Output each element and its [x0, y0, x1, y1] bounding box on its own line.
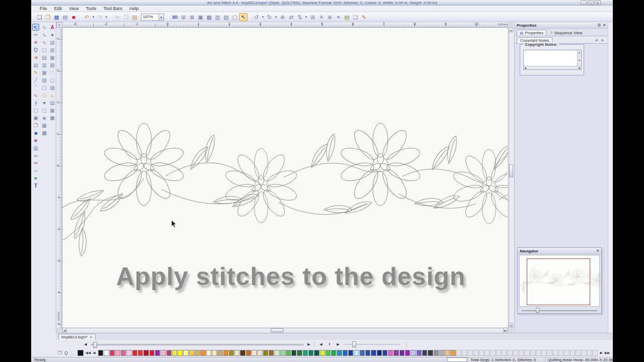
document-tab-close-icon[interactable]: ✕ — [90, 335, 93, 339]
undo-dropdown[interactable]: ▾ — [91, 13, 96, 21]
zoom-tool-icon[interactable]: Ϙ — [32, 46, 39, 53]
color-swatch-24[interactable] — [234, 350, 239, 356]
color-swatch-22[interactable] — [223, 350, 228, 356]
fill-diagonal-tool-icon[interactable]: ▨ — [41, 76, 48, 83]
line-tool-icon[interactable]: ╱ — [32, 76, 39, 83]
copy-icon[interactable]: ❒ — [122, 13, 130, 21]
design-canvas[interactable]: Apply stitches to the design — [62, 28, 508, 327]
color-swatch-17[interactable] — [195, 350, 200, 356]
pencil-tool-icon[interactable]: ✎ — [32, 69, 39, 76]
star-tool-icon[interactable]: ★ — [32, 137, 39, 144]
motif-dropdown-icon[interactable]: ▾ — [41, 99, 48, 106]
color-swatch-37[interactable] — [308, 350, 313, 356]
document-tab[interactable]: tmp6813.bqm* ✕ — [58, 334, 96, 340]
rotate-right-icon[interactable]: ↻ — [265, 13, 274, 21]
line-loop-tool-icon[interactable]: ∿ — [41, 39, 48, 46]
move-to-center-icon[interactable]: ⊕ — [278, 13, 287, 21]
color-swatch-34[interactable] — [291, 350, 296, 356]
notes-vertical-scrollbar[interactable]: ▲▼ — [577, 50, 581, 66]
color-swatch-61[interactable] — [445, 350, 450, 356]
pattern-dense-tool-icon[interactable]: ▩ — [41, 129, 48, 136]
shape-outline-tool-icon[interactable]: ▢ — [41, 46, 48, 53]
scroll-left-icon[interactable]: ◀ — [62, 328, 67, 332]
scroll-down-icon[interactable]: ▼ — [509, 323, 513, 327]
undo-icon[interactable]: ↶ — [83, 13, 91, 21]
show-grid-icon[interactable]: ⊞ — [179, 13, 188, 21]
color-swatch-10[interactable] — [155, 350, 160, 356]
color-swatch-15[interactable] — [183, 350, 188, 356]
shape-tool-icon[interactable]: ▢ — [32, 107, 39, 114]
color-swatch-55[interactable] — [411, 350, 416, 356]
color-swatch-21[interactable] — [217, 350, 222, 356]
pattern-grid-tool-icon[interactable]: ▦ — [41, 122, 48, 129]
zoom-level-combo[interactable]: 107%▾ — [141, 14, 164, 21]
burst-tool-icon[interactable]: ✶ — [334, 13, 343, 21]
palette-menu-icon[interactable]: ❒ — [56, 350, 63, 355]
color-swatch-11[interactable] — [160, 350, 166, 356]
fill-hatch-tool-icon[interactable]: ▤ — [41, 54, 48, 61]
color-swatch-13[interactable] — [172, 350, 177, 356]
color-swatch-2[interactable] — [110, 350, 115, 356]
align-dropdown[interactable]: ▾ — [304, 13, 308, 21]
color-swatch-47[interactable] — [365, 350, 370, 356]
panel-close-icon[interactable]: ✕ — [603, 23, 606, 27]
edit-notes-icon[interactable]: ✎ — [360, 13, 368, 21]
snip-tool-icon[interactable]: ✂ — [32, 159, 39, 166]
current-color-swatch[interactable] — [77, 350, 84, 356]
color-swatch-40[interactable] — [326, 350, 331, 356]
color-swatch-41[interactable] — [331, 350, 336, 356]
color-swatch-39[interactable] — [320, 350, 325, 356]
color-swatch-60[interactable] — [439, 350, 444, 356]
menu-view[interactable]: View — [65, 6, 82, 12]
pattern-x-tool-icon[interactable]: ▨ — [49, 84, 56, 91]
color-swatch-46[interactable] — [360, 350, 365, 356]
layout-tool-1-icon[interactable]: ▤ — [49, 99, 56, 106]
color-swatch-52[interactable] — [393, 350, 398, 356]
show-outlines-icon[interactable]: ▢ — [230, 13, 239, 21]
pin-icon[interactable]: ⊡ — [598, 23, 601, 27]
zoom-dropdown-icon[interactable]: ▾ — [158, 14, 164, 20]
color-swatch-3[interactable] — [115, 350, 120, 356]
scroll-right-icon[interactable]: ▶ — [503, 328, 508, 332]
clipboard-tool-icon[interactable]: ❒ — [32, 122, 39, 129]
monogram-tool-1-icon[interactable]: ▤ — [49, 39, 56, 46]
color-swatch-4[interactable] — [121, 350, 126, 356]
outline-box-tool-icon[interactable]: ▢ — [41, 107, 48, 114]
pan-tool-icon[interactable]: ☚ — [32, 54, 39, 61]
magic-assist-tool-icon[interactable]: ✳ — [32, 39, 39, 46]
measure-tool-icon[interactable]: ▤ — [32, 61, 39, 68]
canvas-vertical-scrollbar[interactable]: ▲ ▼ — [509, 28, 513, 327]
3d-view-icon[interactable]: 3D — [171, 13, 179, 21]
color-swatch-27[interactable] — [252, 350, 257, 356]
stitch-progress-handle[interactable] — [93, 342, 97, 348]
color-swatch-44[interactable] — [348, 350, 353, 356]
speed-slider-handle[interactable] — [352, 341, 356, 347]
hoop-diagonal-tool-icon[interactable]: ▧ — [49, 61, 56, 68]
gem-tool-icon[interactable]: ◈ — [41, 114, 48, 121]
color-swatch-6[interactable] — [132, 350, 137, 356]
sequence-back-icon[interactable]: ◀ — [83, 341, 89, 347]
color-swatch-26[interactable] — [246, 350, 251, 356]
vertical-scroll-thumb[interactable] — [509, 164, 513, 177]
print-icon[interactable]: ▤ — [61, 13, 69, 21]
paste-icon[interactable]: ▨ — [130, 13, 139, 21]
subtab-nav-arrows[interactable]: ◀ ▶ — [595, 38, 606, 42]
color-swatch-53[interactable] — [399, 350, 405, 356]
speed-slider[interactable] — [343, 344, 400, 345]
color-swatch-12[interactable] — [167, 350, 172, 356]
redo-icon[interactable]: ↷ — [96, 13, 104, 21]
color-swatch-18[interactable] — [200, 350, 205, 356]
menu-file[interactable]: File — [36, 6, 51, 12]
color-swatch-59[interactable] — [434, 350, 439, 356]
color-swatch-7[interactable] — [138, 350, 143, 356]
color-swatch-35[interactable] — [297, 350, 302, 356]
copy-design-icon[interactable]: ❏ — [351, 13, 360, 21]
palette-last-icon[interactable]: ▶▶ — [604, 351, 610, 355]
applique-heart-tool-icon[interactable]: ♡ — [49, 69, 56, 76]
color-swatch-49[interactable] — [377, 350, 382, 356]
motif-diamond-tool-icon[interactable]: ◇ — [41, 92, 48, 99]
text-a-tool-icon[interactable]: A — [49, 24, 56, 31]
sequence-forward-icon[interactable]: ▶ — [306, 341, 312, 347]
color-swatch-62[interactable] — [450, 350, 455, 356]
navigator-zoom-slider[interactable] — [522, 309, 597, 312]
